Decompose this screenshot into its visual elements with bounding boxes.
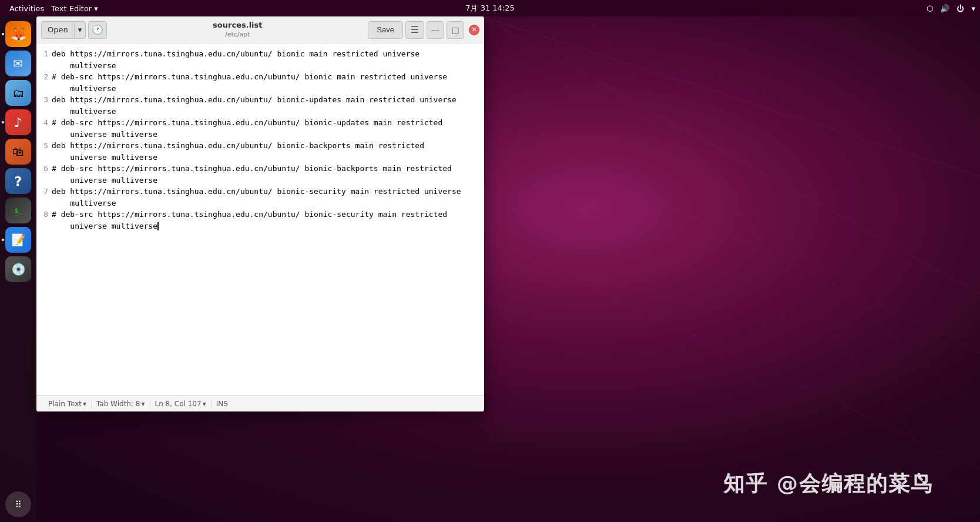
power-icon[interactable]: ⏻ — [956, 4, 964, 13]
sidebar-active-dot-2 — [2, 121, 4, 123]
sidebar-item-terminal[interactable]: $_ — [5, 198, 31, 223]
mail-icon: ✉ — [14, 56, 24, 71]
activities-button[interactable]: Activities — [5, 4, 49, 13]
line-text-6: # deb-src https://mirrors.tuna.tsinghua.… — [52, 163, 479, 186]
sidebar-item-texteditor[interactable]: 📝 — [5, 227, 31, 253]
text-editor-window: Open ▾ 🕐 sources.list /etc/apt Save ☰ — … — [36, 16, 484, 411]
rhythmbox-icon: ♪ — [14, 115, 22, 130]
texteditor-icon: 📝 — [11, 233, 26, 247]
minimize-icon: — — [431, 25, 439, 35]
line-number-7: 7 — [36, 186, 52, 198]
network-icon[interactable]: ⬡ — [927, 4, 933, 13]
window-titlebar: Open ▾ 🕐 sources.list /etc/apt Save ☰ — … — [36, 16, 484, 44]
tab-width-selector[interactable]: Tab Width: 8 ▾ — [92, 396, 150, 411]
line-text-8: # deb-src https://mirrors.tuna.tsinghua.… — [52, 209, 479, 232]
window-filepath: /etc/apt — [225, 31, 250, 39]
sidebar-item-firefox[interactable]: 🦊 — [5, 21, 31, 47]
line-number-4: 4 — [36, 117, 52, 129]
titlebar-center: sources.list /etc/apt — [109, 21, 365, 39]
sidebar-dock: 🦊 ✉ 🗂 ♪ 🛍 ? $_ 📝 💿 ⠿ — [0, 16, 36, 522]
text-line-3: 3deb https://mirrors.tuna.tsinghua.edu.c… — [36, 94, 479, 117]
line-text-7: deb https://mirrors.tuna.tsinghua.edu.cn… — [52, 186, 479, 209]
text-line-7: 7deb https://mirrors.tuna.tsinghua.edu.c… — [36, 186, 479, 209]
sidebar-item-files[interactable]: 🗂 — [5, 80, 31, 106]
sidebar-item-dvd[interactable]: 💿 — [5, 256, 31, 282]
topbar: Activities Text Editor ▾ 7月 31 14:25 ⬡ 🔊… — [0, 0, 980, 16]
sidebar-item-rhythmbox[interactable]: ♪ — [5, 109, 31, 135]
sidebar-item-mail[interactable]: ✉ — [5, 51, 31, 76]
line-text-1: deb https://mirrors.tuna.tsinghua.edu.cn… — [52, 48, 479, 71]
firefox-icon: 🦊 — [11, 27, 26, 42]
topbar-app-label: Text Editor — [51, 4, 92, 13]
open-button[interactable]: Open ▾ — [41, 21, 86, 39]
text-line-8: 8# deb-src https://mirrors.tuna.tsinghua… — [36, 209, 479, 232]
maximize-icon: □ — [451, 25, 459, 35]
topbar-datetime: 7月 31 14:25 — [465, 3, 515, 14]
line-number-3: 3 — [36, 94, 52, 106]
window-filename: sources.list — [213, 21, 262, 31]
close-button[interactable]: ✕ — [469, 25, 479, 35]
line-number-2: 2 — [36, 71, 52, 83]
minimize-button[interactable]: — — [427, 21, 444, 39]
menu-button[interactable]: ☰ — [405, 21, 424, 39]
appstore-icon: 🛍 — [12, 145, 24, 159]
text-line-2: 2# deb-src https://mirrors.tuna.tsinghua… — [36, 71, 479, 94]
sidebar-active-dot — [2, 33, 4, 35]
help-icon: ? — [15, 174, 22, 189]
cursor-position-arrow: ▾ — [203, 400, 206, 408]
text-line-4: 4# deb-src https://mirrors.tuna.tsinghua… — [36, 117, 479, 140]
topbar-left: Activities Text Editor ▾ — [5, 4, 98, 13]
cursor-position[interactable]: Ln 8, Col 107 ▾ — [150, 396, 211, 411]
text-line-5: 5deb https://mirrors.tuna.tsinghua.edu.c… — [36, 140, 479, 163]
titlebar-left: Open ▾ 🕐 — [41, 21, 107, 39]
topbar-app-name[interactable]: Text Editor ▾ — [51, 4, 98, 13]
tab-width-arrow: ▾ — [141, 400, 145, 408]
recent-files-icon: 🕐 — [92, 24, 103, 35]
settings-icon[interactable]: ▾ — [971, 4, 975, 13]
line-text-4: # deb-src https://mirrors.tuna.tsinghua.… — [52, 117, 479, 140]
recent-files-button[interactable]: 🕐 — [88, 21, 107, 39]
topbar-app-arrow: ▾ — [94, 4, 98, 13]
line-number-8: 8 — [36, 209, 52, 220]
text-line-1: 1deb https://mirrors.tuna.tsinghua.edu.c… — [36, 48, 479, 71]
plain-text-selector[interactable]: Plain Text ▾ — [43, 396, 91, 411]
files-icon: 🗂 — [12, 86, 24, 100]
menu-icon: ☰ — [411, 24, 419, 35]
plain-text-label: Plain Text — [48, 400, 82, 408]
open-button-label: Open — [42, 25, 74, 34]
save-button[interactable]: Save — [368, 21, 403, 39]
grid-icon: ⠿ — [15, 499, 22, 510]
sidebar-item-help[interactable]: ? — [5, 168, 31, 194]
text-line-6: 6# deb-src https://mirrors.tuna.tsinghua… — [36, 163, 479, 186]
open-button-arrow[interactable]: ▾ — [74, 22, 86, 38]
line-number-5: 5 — [36, 140, 52, 152]
editor-content-area[interactable]: 1deb https://mirrors.tuna.tsinghua.edu.c… — [36, 44, 484, 395]
terminal-icon: $_ — [14, 207, 22, 215]
close-icon: ✕ — [471, 26, 476, 34]
plain-text-arrow: ▾ — [83, 400, 86, 408]
ins-label: INS — [216, 400, 228, 408]
line-number-1: 1 — [36, 48, 52, 60]
statusbar: Plain Text ▾ Tab Width: 8 ▾ Ln 8, Col 10… — [36, 395, 484, 411]
watermark: 知乎 @会编程的菜鸟 — [723, 470, 933, 498]
dvd-icon: 💿 — [11, 262, 26, 276]
titlebar-right: Save ☰ — □ ✕ — [368, 21, 479, 39]
topbar-right: ⬡ 🔊 ⏻ ▾ — [927, 4, 975, 13]
sidebar-bottom: ⠿ — [5, 491, 31, 517]
volume-icon[interactable]: 🔊 — [940, 4, 949, 13]
line-text-5: deb https://mirrors.tuna.tsinghua.edu.cn… — [52, 140, 479, 163]
line-text-2: # deb-src https://mirrors.tuna.tsinghua.… — [52, 71, 479, 94]
app-grid-button[interactable]: ⠿ — [5, 491, 31, 517]
ins-mode: INS — [212, 396, 233, 411]
line-number-6: 6 — [36, 163, 52, 175]
tab-width-label: Tab Width: 8 — [96, 400, 140, 408]
sidebar-item-appstore[interactable]: 🛍 — [5, 139, 31, 165]
line-text-3: deb https://mirrors.tuna.tsinghua.edu.cn… — [52, 94, 479, 117]
maximize-button[interactable]: □ — [447, 21, 464, 39]
sidebar-active-dot-3 — [2, 239, 4, 241]
cursor-position-label: Ln 8, Col 107 — [155, 400, 202, 408]
